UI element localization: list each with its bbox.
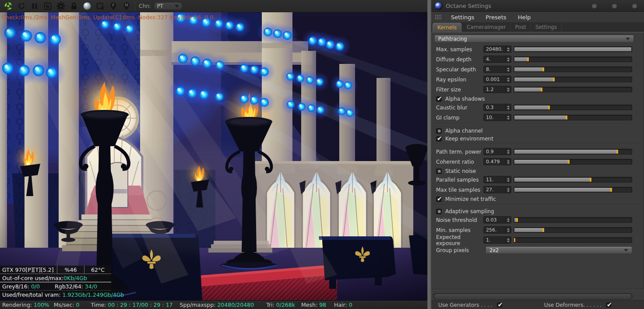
cathedral-render (0, 12, 427, 300)
window-divider[interactable] (427, 0, 431, 309)
title-bar[interactable]: Octane Settings (431, 0, 644, 12)
value-field-max-samples[interactable]: 20480. (483, 46, 511, 53)
spinner-caustic-blur[interactable] (505, 104, 511, 111)
reset-button-icon[interactable]: R (41, 0, 54, 12)
value-field-expected-exposure[interactable]: 1. (483, 236, 511, 244)
tab-kernels[interactable]: Kernels (433, 23, 461, 32)
value-field-diffuse-depth[interactable]: 4. (483, 56, 511, 63)
material-picker-icon[interactable]: M (120, 0, 133, 12)
checkbox-alpha-channel[interactable] (436, 128, 442, 134)
slider-expected-exposure[interactable] (514, 237, 632, 243)
material-ball-icon[interactable] (81, 0, 94, 12)
menu-grip-icon[interactable] (435, 14, 442, 20)
octane-logo-icon[interactable] (2, 0, 15, 12)
window-close-button[interactable] (632, 4, 637, 8)
tab-post[interactable]: Post (511, 23, 531, 32)
checkbox-keep-environment[interactable] (436, 136, 442, 142)
kernel-type-select[interactable]: Pathtracing (434, 35, 634, 42)
restart-render-icon[interactable] (15, 0, 28, 12)
channel-dropdown[interactable]: PT (154, 2, 183, 10)
slider-diffuse-depth[interactable] (514, 56, 632, 62)
slider-gi-clamp[interactable] (514, 115, 632, 120)
separator (433, 204, 642, 205)
slider-marker (548, 105, 550, 109)
checkbox-row-alpha-shadows: Alpha shadows (436, 96, 632, 102)
use-deformers-option[interactable]: Use Deformers. . . . . . (544, 302, 611, 308)
spinner-max-tile-samples[interactable] (505, 186, 511, 193)
menu-item-help[interactable]: Help (512, 12, 537, 22)
checkbox-adaptive-sampling[interactable] (436, 209, 442, 214)
value-field-min-samples[interactable]: 256. (483, 226, 511, 234)
window-maximize-button[interactable] (612, 4, 617, 8)
param-row-filter-size: Filter size1.2 (436, 86, 632, 93)
slider-filter-size[interactable] (514, 87, 632, 92)
lock-resolution-icon[interactable] (67, 0, 81, 12)
panel-groove (431, 289, 644, 290)
spinner-ray-epsilon[interactable] (505, 76, 511, 83)
value-field-filter-size[interactable]: 1.2 (483, 86, 511, 93)
label-alpha-shadows: Alpha shadows (445, 96, 485, 102)
pause-render-icon[interactable] (28, 0, 41, 12)
slider-ray-epsilon[interactable] (514, 77, 632, 82)
checkbox-row-static-noise: Static noise (436, 168, 632, 174)
horizontal-scrollbar[interactable] (433, 293, 633, 299)
slider-noise-threshold[interactable] (514, 217, 632, 223)
slider-parallel-samples[interactable] (514, 177, 632, 183)
spinner-specular-depth[interactable] (505, 66, 511, 73)
svg-text:R: R (46, 4, 50, 9)
scrollbar-thumb[interactable] (434, 294, 631, 298)
menu-item-presets[interactable]: Presets (480, 12, 512, 22)
chevron-down-icon (626, 38, 630, 40)
spinner-parallel-samples[interactable] (505, 176, 511, 183)
spinner-gi-clamp[interactable] (505, 114, 511, 121)
spinner-coherent-ratio[interactable] (505, 158, 511, 165)
slider-max-samples[interactable] (514, 46, 632, 52)
param-row-diffuse-depth: Diffuse depth4. (436, 56, 632, 63)
param-row-group-pixels: Group pixels2x2 (436, 246, 632, 254)
tab-cameraimager[interactable]: CameraImager (462, 23, 511, 32)
slider-path-term-power[interactable] (514, 149, 632, 154)
spinner-filter-size[interactable] (505, 86, 511, 93)
value-field-caustic-blur[interactable]: 0.3 (483, 104, 511, 111)
slider-specular-depth[interactable] (514, 67, 632, 72)
value-field-noise-threshold[interactable]: 0.03 (483, 216, 511, 224)
checkbox-row-keep-environment: Keep environment (436, 136, 632, 142)
checkbox-static-noise[interactable] (436, 169, 442, 174)
slider-marker (514, 238, 515, 242)
kernel-settings-gear-icon[interactable] (54, 0, 67, 12)
tab-settings[interactable]: Settings (531, 23, 562, 32)
spinner-path-term-power[interactable] (505, 148, 511, 155)
chevron-down-icon (175, 5, 179, 7)
value-field-max-tile-samples[interactable]: 27. (483, 186, 511, 193)
use-deformers-checkbox[interactable] (606, 302, 611, 308)
value-field-coherent-ratio[interactable]: 0.479 (483, 158, 511, 165)
slider-min-samples[interactable] (514, 227, 632, 233)
use-generators-checkbox[interactable] (497, 302, 502, 308)
spinner-expected-exposure[interactable] (505, 237, 511, 243)
value-field-specular-depth[interactable]: 8. (483, 66, 511, 73)
render-viewport[interactable]: Check:0ms./2ms. MeshGen:0ms. Update[C]:0… (0, 12, 427, 300)
spinner-min-samples[interactable] (505, 227, 511, 233)
window-minimize-button[interactable] (592, 4, 597, 8)
value-field-gi-clamp[interactable]: 10. (483, 114, 511, 121)
status-time: Time: 00 : 29 : 17/00 : 29 : 17 (91, 302, 173, 308)
spinner-diffuse-depth[interactable] (505, 56, 511, 63)
select-group-pixels[interactable]: 2x2 (486, 246, 632, 254)
spinner-noise-threshold[interactable] (505, 217, 511, 223)
slider-caustic-blur[interactable] (514, 105, 632, 110)
slider-max-tile-samples[interactable] (514, 187, 632, 193)
checkbox-alpha-shadows[interactable] (436, 96, 442, 102)
focus-picker-icon[interactable]: F (107, 0, 120, 12)
value-field-path-term-power[interactable]: 0.9 (483, 148, 511, 155)
slider-marker (566, 116, 567, 119)
spinner-max-samples[interactable] (505, 46, 511, 53)
value-field-parallel-samples[interactable]: 11. (483, 176, 511, 183)
region-render-icon[interactable] (94, 0, 107, 12)
menu-item-settings[interactable]: Settings (445, 12, 480, 22)
value-field-ray-epsilon[interactable]: 0.001 (483, 76, 511, 83)
slider-marker (527, 57, 529, 61)
slider-marker (516, 218, 518, 222)
use-generators-option[interactable]: Use Generators . . . . (438, 302, 502, 308)
slider-coherent-ratio[interactable] (514, 159, 632, 165)
checkbox-minimize-net-traffic[interactable] (436, 197, 442, 202)
